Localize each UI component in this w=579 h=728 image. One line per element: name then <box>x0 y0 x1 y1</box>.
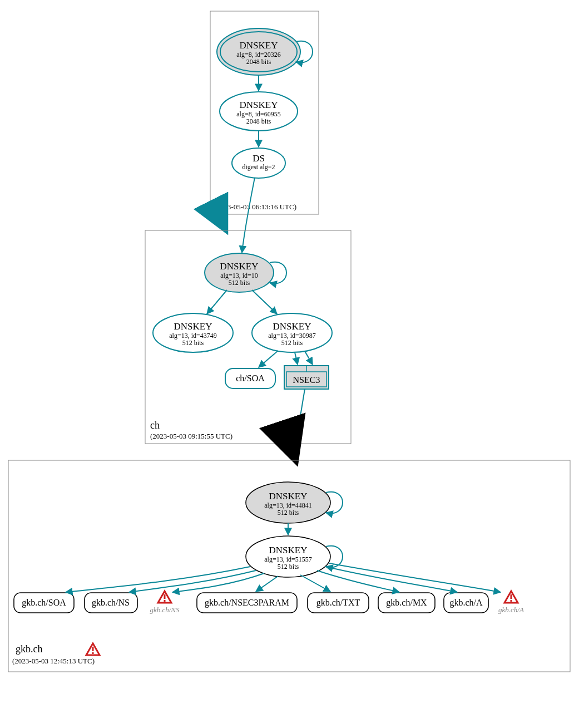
svg-text:digest alg=2: digest alg=2 <box>242 163 275 171</box>
gkb-txt-node: gkb.ch/TXT <box>308 593 369 613</box>
gkb-nsec3param-node: gkb.ch/NSEC3PARAM <box>197 593 297 613</box>
edge-zsk-awarn <box>329 563 501 592</box>
svg-text:DNSKEY: DNSKEY <box>269 545 308 555</box>
ch-nsec3-node: NSEC3 <box>284 366 329 389</box>
svg-text:alg=8, id=20326: alg=8, id=20326 <box>236 51 281 58</box>
svg-text:512 bits: 512 bits <box>278 509 299 517</box>
svg-text:alg=13, id=43749: alg=13, id=43749 <box>169 332 217 340</box>
root-ds-node: DS digest alg=2 <box>232 148 285 178</box>
ch-zone-name: ch <box>150 420 160 431</box>
gkb-ns-node: gkb.ch/NS <box>85 593 137 613</box>
root-zone-time: (2023-05-03 06:13:16 UTC) <box>214 203 296 211</box>
ch-zone-time: (2023-05-03 09:15:55 UTC) <box>150 432 232 440</box>
edge-root-to-ch <box>218 215 225 228</box>
svg-text:ch/SOA: ch/SOA <box>236 373 265 383</box>
svg-text:gkb.ch/A: gkb.ch/A <box>498 606 524 614</box>
svg-text:512 bits: 512 bits <box>281 339 303 347</box>
edge-nsec3-down <box>294 389 305 456</box>
svg-text:DNSKEY: DNSKEY <box>240 40 278 51</box>
edge-ch-to-gkb <box>290 444 295 458</box>
svg-text:DNSKEY: DNSKEY <box>273 321 311 332</box>
root-zsk-node: DNSKEY alg=8, id=60955 2048 bits <box>220 92 298 131</box>
svg-text:alg=13, id=10: alg=13, id=10 <box>220 272 258 279</box>
svg-text:gkb.ch/NS: gkb.ch/NS <box>150 606 180 614</box>
gkb-soa-node: gkb.ch/SOA <box>14 593 74 613</box>
gkb-zone-name: gkb.ch <box>16 643 43 655</box>
gkb-mx-node: gkb.ch/MX <box>378 593 435 613</box>
svg-rect-62 <box>92 647 94 651</box>
gkb-a-node: gkb.ch/A <box>444 593 488 613</box>
svg-text:gkb.ch/TXT: gkb.ch/TXT <box>316 598 360 608</box>
svg-text:DNSKEY: DNSKEY <box>220 261 259 272</box>
root-zone-name: . <box>214 190 217 201</box>
svg-text:512 bits: 512 bits <box>229 279 250 287</box>
zone-ch: ch (2023-05-03 09:15:55 UTC) DNSKEY alg=… <box>145 230 351 444</box>
dnssec-graph-svg: . (2023-05-03 06:13:16 UTC) DNSKEY alg=8… <box>0 0 579 728</box>
svg-text:gkb.ch/A: gkb.ch/A <box>449 598 483 608</box>
svg-text:alg=13, id=30987: alg=13, id=30987 <box>268 332 316 340</box>
svg-text:512 bits: 512 bits <box>182 339 204 347</box>
svg-text:DNSKEY: DNSKEY <box>240 100 278 110</box>
warning-icon <box>86 643 100 655</box>
ch-ksk-node: DNSKEY alg=13, id=10 512 bits <box>205 253 274 292</box>
ch-zsk2-node: DNSKEY alg=13, id=30987 512 bits <box>252 313 332 352</box>
edge-zsk-nswarn <box>172 573 264 592</box>
svg-text:alg=8, id=60955: alg=8, id=60955 <box>236 110 281 118</box>
svg-text:2048 bits: 2048 bits <box>246 117 271 125</box>
svg-text:2048 bits: 2048 bits <box>246 58 271 66</box>
warn-gkb-a: gkb.ch/A <box>498 591 524 614</box>
edge-zsk-nsec3p <box>256 576 278 592</box>
ch-soa-node: ch/SOA <box>225 368 275 388</box>
svg-text:gkb.ch/NS: gkb.ch/NS <box>92 598 130 608</box>
svg-text:DNSKEY: DNSKEY <box>174 321 212 332</box>
svg-rect-57 <box>164 600 166 602</box>
warning-icon <box>504 591 518 603</box>
svg-text:gkb.ch/SOA: gkb.ch/SOA <box>22 598 66 608</box>
svg-rect-63 <box>92 652 94 654</box>
warning-icon <box>158 591 171 603</box>
svg-text:alg=13, id=44841: alg=13, id=44841 <box>264 501 312 509</box>
svg-text:gkb.ch/MX: gkb.ch/MX <box>386 598 427 608</box>
svg-text:DNSKEY: DNSKEY <box>269 491 308 501</box>
gkb-ksk-node: DNSKEY alg=13, id=44841 512 bits <box>246 482 330 523</box>
svg-text:gkb.ch/NSEC3PARAM: gkb.ch/NSEC3PARAM <box>205 598 289 608</box>
svg-rect-59 <box>511 594 512 599</box>
svg-rect-60 <box>511 600 512 602</box>
edge-ds-to-ch-ksk <box>242 178 255 253</box>
ch-zsk1-node: DNSKEY alg=13, id=43749 512 bits <box>153 313 233 352</box>
edge-zsk-txt <box>300 575 330 592</box>
warn-gkb-ns: gkb.ch/NS <box>150 591 180 614</box>
root-ksk-node: DNSKEY alg=8, id=20326 2048 bits <box>217 28 300 75</box>
gkb-zone-time: (2023-05-03 12:45:13 UTC) <box>12 657 95 665</box>
zone-gkb: gkb.ch (2023-05-03 12:45:13 UTC) DNSKEY … <box>8 460 570 672</box>
svg-text:NSEC3: NSEC3 <box>293 375 320 385</box>
zone-root: . (2023-05-03 06:13:16 UTC) DNSKEY alg=8… <box>210 11 319 214</box>
svg-text:DS: DS <box>253 153 265 164</box>
svg-text:alg=13, id=51557: alg=13, id=51557 <box>264 555 312 563</box>
svg-text:512 bits: 512 bits <box>278 563 299 570</box>
svg-rect-56 <box>164 594 166 599</box>
